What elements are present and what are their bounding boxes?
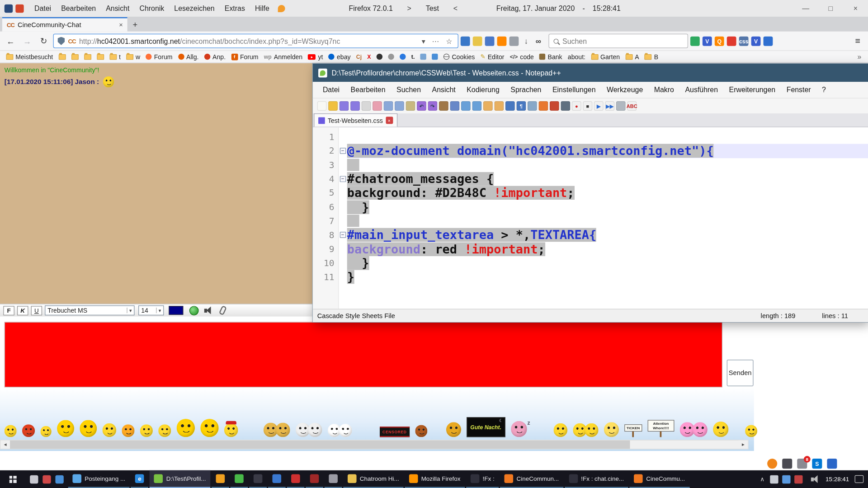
fold-margin[interactable]: − bbox=[338, 176, 347, 182]
send-button[interactable]: Senden bbox=[727, 360, 754, 386]
bold-button[interactable]: F bbox=[3, 306, 14, 315]
tray-chevron-icon[interactable]: ∧ bbox=[760, 475, 764, 483]
bookmark-github[interactable] bbox=[374, 52, 386, 61]
fx-menu-extras[interactable]: Extras bbox=[220, 4, 250, 12]
forward-button[interactable]: → bbox=[20, 36, 34, 46]
scrollbar-thumb[interactable] bbox=[10, 441, 630, 449]
npp-tab-test-webseiten[interactable]: Test-Webseiten.css × bbox=[314, 113, 397, 127]
menubar-extra-icon[interactable] bbox=[278, 5, 285, 12]
bookmark-anp[interactable]: Anp. bbox=[202, 52, 229, 61]
replace-icon[interactable] bbox=[450, 101, 460, 111]
zoom-out-icon[interactable] bbox=[472, 101, 481, 111]
qwant-addon-icon[interactable]: Q bbox=[715, 36, 724, 46]
bookmark-at[interactable] bbox=[397, 52, 409, 61]
npp-menu-kodierung[interactable]: Kodierung bbox=[461, 86, 505, 94]
back-button[interactable]: ← bbox=[3, 36, 18, 46]
taskbar-fx-chat-button[interactable]: !Fx : chat.cine... bbox=[564, 470, 628, 488]
bookmark-bank[interactable]: Bank bbox=[537, 52, 565, 61]
bookmark-folder-2[interactable] bbox=[69, 53, 81, 61]
underline-button[interactable]: U bbox=[31, 306, 42, 315]
stop-macro-icon[interactable]: ■ bbox=[583, 101, 592, 111]
find-icon[interactable] bbox=[439, 101, 448, 111]
close-icon[interactable] bbox=[362, 101, 371, 111]
minimize-button[interactable]: — bbox=[793, 0, 818, 17]
copy-icon[interactable] bbox=[395, 101, 404, 111]
redo-icon[interactable]: ↷ bbox=[428, 101, 438, 111]
npp-menu-erweiterungen[interactable]: Erweiterungen bbox=[723, 86, 781, 94]
print-icon[interactable] bbox=[373, 101, 382, 111]
pinned-app-1-icon[interactable] bbox=[30, 475, 38, 483]
zoom-in-icon[interactable] bbox=[461, 101, 471, 111]
toast-smileys[interactable] bbox=[264, 423, 290, 437]
dance-smileys[interactable] bbox=[573, 423, 598, 437]
eek-smileys[interactable] bbox=[296, 423, 322, 437]
angry-smiley[interactable] bbox=[122, 424, 134, 437]
maximize-button[interactable]: □ bbox=[818, 0, 843, 17]
play-macro-icon[interactable]: ▶ bbox=[594, 101, 604, 111]
tray-printer-icon[interactable] bbox=[770, 475, 778, 483]
page-actions-icon[interactable]: ··· bbox=[430, 37, 441, 45]
blue-addon-icon[interactable] bbox=[764, 36, 773, 46]
save-macro-icon[interactable] bbox=[616, 101, 626, 111]
flyout-mail-icon[interactable]: 8 bbox=[797, 459, 807, 469]
devil-smiley[interactable] bbox=[22, 424, 35, 437]
search-bar[interactable] bbox=[548, 34, 688, 48]
taskbar-app-green-button[interactable] bbox=[230, 470, 248, 488]
fx-menu-chronik[interactable]: Chronik bbox=[134, 4, 169, 12]
menu-hamburger-icon[interactable]: ≡ bbox=[851, 36, 865, 46]
laugh-big-smiley[interactable] bbox=[177, 419, 195, 437]
sync-v-icon[interactable] bbox=[483, 101, 493, 111]
bookmark-folder-3[interactable] bbox=[81, 53, 94, 61]
bookmark-x[interactable]: X bbox=[364, 52, 373, 61]
new-tab-button[interactable]: + bbox=[127, 17, 143, 32]
npp-menu-werkzeuge[interactable]: Werkzeuge bbox=[601, 86, 649, 94]
fx-menu-datei[interactable]: Datei bbox=[29, 4, 56, 12]
save-icon[interactable] bbox=[340, 101, 349, 111]
lolly-smiley[interactable] bbox=[415, 425, 427, 437]
bookmarks-overflow-icon[interactable]: » bbox=[854, 52, 865, 61]
taskbar-app-darkred-button[interactable] bbox=[306, 470, 323, 488]
red-addon-icon[interactable] bbox=[727, 36, 736, 46]
v-addon-icon[interactable]: V bbox=[703, 36, 712, 46]
bookmark-b[interactable]: B bbox=[642, 52, 661, 61]
bookmark-garten[interactable]: Garten bbox=[588, 52, 623, 61]
sync-h-icon[interactable] bbox=[494, 101, 504, 111]
library-folder-icon[interactable] bbox=[473, 36, 482, 46]
fold-collapse-icon[interactable]: − bbox=[340, 232, 345, 238]
undo-icon[interactable]: ↶ bbox=[417, 101, 426, 111]
taskbar-app-red-button[interactable] bbox=[287, 470, 304, 488]
tray-red-icon[interactable] bbox=[794, 475, 802, 483]
font-select[interactable]: Trebuchet MS ▾ bbox=[45, 305, 134, 315]
bookmark-code[interactable]: </>code bbox=[507, 52, 537, 61]
bookmark-folder-t[interactable]: t bbox=[107, 52, 123, 61]
taskbar-app-blue-button[interactable] bbox=[268, 470, 286, 488]
search-input[interactable] bbox=[562, 37, 683, 45]
taskbar-fx-button[interactable]: !Fx : bbox=[466, 470, 499, 488]
taskbar-clock[interactable]: 15:28:41 bbox=[826, 476, 849, 483]
save-all-icon[interactable] bbox=[350, 101, 360, 111]
fold-margin[interactable]: − bbox=[338, 232, 347, 238]
taskbar-cinecommunity-2-button[interactable]: CineCommu... bbox=[629, 470, 689, 488]
indent-guide-icon[interactable] bbox=[528, 101, 537, 111]
notepadpp-titlebar[interactable]: D:\Test\Profilordner\chrome\CSSWeb\Test … bbox=[313, 64, 868, 82]
blue-folder-icon[interactable] bbox=[485, 36, 495, 46]
wrap-icon[interactable] bbox=[505, 101, 515, 111]
censored-smiley[interactable]: CENSORED bbox=[380, 427, 410, 437]
fx-menu-lesezeichen[interactable]: Lesezeichen bbox=[169, 4, 219, 12]
show-symbols-icon[interactable]: ¶ bbox=[516, 101, 526, 111]
bookmark-folder-4[interactable] bbox=[94, 53, 107, 61]
lone-smiley[interactable] bbox=[745, 425, 757, 437]
new-file-icon[interactable] bbox=[317, 101, 327, 111]
bookmark-meistbesucht[interactable]: Meistbesucht bbox=[3, 52, 56, 61]
link-icon[interactable]: ∞ bbox=[533, 36, 543, 46]
v2-addon-icon[interactable]: V bbox=[751, 36, 761, 46]
flyout-blue-icon[interactable] bbox=[827, 459, 837, 469]
cap-smiley[interactable] bbox=[224, 423, 238, 437]
cheer-smiley[interactable] bbox=[553, 423, 567, 437]
sound-toggle-icon[interactable] bbox=[204, 306, 213, 314]
close-button[interactable]: × bbox=[843, 0, 868, 17]
doc-map-icon[interactable] bbox=[538, 101, 548, 111]
eyes-smileys[interactable] bbox=[328, 424, 352, 437]
flyout-skype-icon[interactable]: S bbox=[812, 459, 822, 469]
cry-smiley[interactable] bbox=[103, 423, 117, 437]
